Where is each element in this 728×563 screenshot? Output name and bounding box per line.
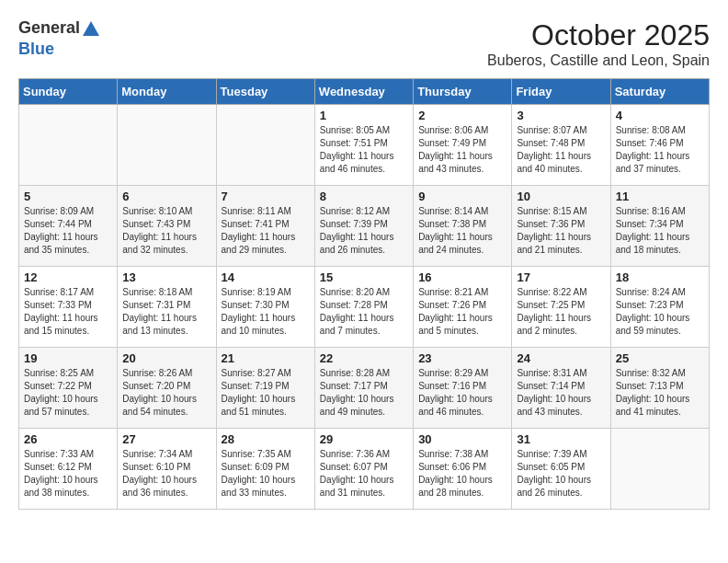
day-number: 1 — [320, 109, 408, 122]
calendar-cell: 11Sunrise: 8:16 AM Sunset: 7:34 PM Dayli… — [610, 186, 709, 267]
weekday-header-wednesday: Wednesday — [314, 79, 413, 105]
calendar-cell: 8Sunrise: 8:12 AM Sunset: 7:39 PM Daylig… — [314, 186, 413, 267]
day-number: 10 — [517, 190, 605, 203]
calendar-cell: 28Sunrise: 7:35 AM Sunset: 6:09 PM Dayli… — [216, 429, 314, 510]
day-number: 15 — [320, 270, 408, 284]
weekday-header-friday: Friday — [512, 79, 610, 105]
week-row-2: 5Sunrise: 8:09 AM Sunset: 7:44 PM Daylig… — [19, 186, 710, 267]
day-number: 12 — [24, 270, 112, 284]
calendar-cell: 5Sunrise: 8:09 AM Sunset: 7:44 PM Daylig… — [19, 186, 118, 267]
day-number: 4 — [616, 109, 704, 122]
calendar-cell: 18Sunrise: 8:24 AM Sunset: 7:23 PM Dayli… — [610, 267, 709, 348]
day-number: 17 — [517, 270, 605, 284]
calendar-cell: 3Sunrise: 8:07 AM Sunset: 7:48 PM Daylig… — [512, 105, 610, 186]
day-number: 2 — [418, 109, 506, 122]
calendar-cell: 19Sunrise: 8:25 AM Sunset: 7:22 PM Dayli… — [19, 348, 118, 429]
calendar-cell: 22Sunrise: 8:28 AM Sunset: 7:17 PM Dayli… — [314, 348, 413, 429]
day-number: 24 — [517, 351, 605, 365]
day-info: Sunrise: 7:34 AM Sunset: 6:10 PM Dayligh… — [122, 448, 210, 500]
day-number: 23 — [418, 351, 506, 365]
day-number: 11 — [616, 190, 704, 203]
day-info: Sunrise: 8:20 AM Sunset: 7:28 PM Dayligh… — [320, 286, 408, 338]
day-number: 16 — [418, 270, 506, 284]
day-info: Sunrise: 8:16 AM Sunset: 7:34 PM Dayligh… — [616, 205, 704, 257]
day-info: Sunrise: 8:26 AM Sunset: 7:20 PM Dayligh… — [122, 367, 210, 419]
day-number: 6 — [122, 190, 210, 203]
calendar-cell: 10Sunrise: 8:15 AM Sunset: 7:36 PM Dayli… — [512, 186, 610, 267]
day-number: 21 — [222, 351, 310, 365]
day-info: Sunrise: 7:38 AM Sunset: 6:06 PM Dayligh… — [418, 448, 506, 500]
day-info: Sunrise: 8:12 AM Sunset: 7:39 PM Dayligh… — [320, 205, 408, 257]
weekday-header-monday: Monday — [118, 79, 216, 105]
calendar-cell — [19, 105, 118, 186]
day-info: Sunrise: 8:05 AM Sunset: 7:51 PM Dayligh… — [320, 124, 408, 176]
calendar-cell: 26Sunrise: 7:33 AM Sunset: 6:12 PM Dayli… — [19, 429, 118, 510]
day-number: 29 — [320, 432, 408, 446]
day-number: 18 — [616, 270, 704, 284]
calendar-cell: 6Sunrise: 8:10 AM Sunset: 7:43 PM Daylig… — [118, 186, 216, 267]
day-info: Sunrise: 8:25 AM Sunset: 7:22 PM Dayligh… — [24, 367, 112, 419]
calendar-cell: 30Sunrise: 7:38 AM Sunset: 6:06 PM Dayli… — [414, 429, 512, 510]
day-number: 20 — [122, 351, 210, 365]
logo-text-blue: Blue — [18, 40, 54, 58]
calendar-cell: 24Sunrise: 8:31 AM Sunset: 7:14 PM Dayli… — [512, 348, 610, 429]
calendar-cell: 7Sunrise: 8:11 AM Sunset: 7:41 PM Daylig… — [216, 186, 314, 267]
weekday-header-sunday: Sunday — [19, 79, 118, 105]
day-number: 7 — [222, 190, 310, 203]
calendar-cell: 21Sunrise: 8:27 AM Sunset: 7:19 PM Dayli… — [216, 348, 314, 429]
location-subtitle: Buberos, Castille and Leon, Spain — [487, 52, 710, 69]
day-number: 9 — [418, 190, 506, 203]
page-header: General Blue October 2025 Buberos, Casti… — [18, 18, 710, 69]
calendar-cell — [610, 429, 709, 510]
day-info: Sunrise: 8:32 AM Sunset: 7:13 PM Dayligh… — [616, 367, 704, 419]
day-info: Sunrise: 7:36 AM Sunset: 6:07 PM Dayligh… — [320, 448, 408, 500]
calendar-cell: 15Sunrise: 8:20 AM Sunset: 7:28 PM Dayli… — [314, 267, 413, 348]
calendar-cell — [118, 105, 216, 186]
day-number: 31 — [517, 432, 605, 446]
day-number: 22 — [320, 351, 408, 365]
calendar-cell: 17Sunrise: 8:22 AM Sunset: 7:25 PM Dayli… — [512, 267, 610, 348]
logo-icon — [81, 19, 101, 40]
week-row-3: 12Sunrise: 8:17 AM Sunset: 7:33 PM Dayli… — [19, 267, 710, 348]
day-info: Sunrise: 8:18 AM Sunset: 7:31 PM Dayligh… — [122, 286, 210, 338]
calendar-cell: 23Sunrise: 8:29 AM Sunset: 7:16 PM Dayli… — [414, 348, 512, 429]
logo: General Blue — [18, 18, 102, 59]
calendar-cell: 14Sunrise: 8:19 AM Sunset: 7:30 PM Dayli… — [216, 267, 314, 348]
calendar-cell — [216, 105, 314, 186]
logo-text-general: General — [18, 18, 80, 37]
day-number: 5 — [24, 190, 112, 203]
day-info: Sunrise: 8:08 AM Sunset: 7:46 PM Dayligh… — [616, 124, 704, 176]
calendar-cell: 13Sunrise: 8:18 AM Sunset: 7:31 PM Dayli… — [118, 267, 216, 348]
day-number: 19 — [24, 351, 112, 365]
day-info: Sunrise: 8:21 AM Sunset: 7:26 PM Dayligh… — [418, 286, 506, 338]
day-info: Sunrise: 8:29 AM Sunset: 7:16 PM Dayligh… — [418, 367, 506, 419]
day-number: 3 — [517, 109, 605, 122]
calendar-cell: 31Sunrise: 7:39 AM Sunset: 6:05 PM Dayli… — [512, 429, 610, 510]
day-number: 27 — [122, 432, 210, 446]
day-info: Sunrise: 7:33 AM Sunset: 6:12 PM Dayligh… — [24, 448, 112, 500]
calendar-cell: 25Sunrise: 8:32 AM Sunset: 7:13 PM Dayli… — [610, 348, 709, 429]
calendar-cell: 16Sunrise: 8:21 AM Sunset: 7:26 PM Dayli… — [414, 267, 512, 348]
day-info: Sunrise: 8:10 AM Sunset: 7:43 PM Dayligh… — [122, 205, 210, 257]
day-info: Sunrise: 8:17 AM Sunset: 7:33 PM Dayligh… — [24, 286, 112, 338]
day-number: 28 — [222, 432, 310, 446]
day-number: 26 — [24, 432, 112, 446]
week-row-1: 1Sunrise: 8:05 AM Sunset: 7:51 PM Daylig… — [19, 105, 710, 186]
calendar-cell: 4Sunrise: 8:08 AM Sunset: 7:46 PM Daylig… — [610, 105, 709, 186]
calendar-cell: 2Sunrise: 8:06 AM Sunset: 7:49 PM Daylig… — [414, 105, 512, 186]
month-title: October 2025 — [487, 18, 710, 52]
day-info: Sunrise: 8:07 AM Sunset: 7:48 PM Dayligh… — [517, 124, 605, 176]
calendar-cell: 9Sunrise: 8:14 AM Sunset: 7:38 PM Daylig… — [414, 186, 512, 267]
day-info: Sunrise: 8:15 AM Sunset: 7:36 PM Dayligh… — [517, 205, 605, 257]
calendar-cell: 29Sunrise: 7:36 AM Sunset: 6:07 PM Dayli… — [314, 429, 413, 510]
day-info: Sunrise: 8:27 AM Sunset: 7:19 PM Dayligh… — [222, 367, 310, 419]
calendar-table: SundayMondayTuesdayWednesdayThursdayFrid… — [18, 78, 710, 510]
day-info: Sunrise: 8:06 AM Sunset: 7:49 PM Dayligh… — [418, 124, 506, 176]
calendar-cell: 1Sunrise: 8:05 AM Sunset: 7:51 PM Daylig… — [314, 105, 413, 186]
day-number: 25 — [616, 351, 704, 365]
title-block: October 2025 Buberos, Castille and Leon,… — [487, 18, 710, 69]
week-row-4: 19Sunrise: 8:25 AM Sunset: 7:22 PM Dayli… — [19, 348, 710, 429]
day-info: Sunrise: 8:28 AM Sunset: 7:17 PM Dayligh… — [320, 367, 408, 419]
weekday-header-saturday: Saturday — [610, 79, 709, 105]
weekday-header-thursday: Thursday — [414, 79, 512, 105]
